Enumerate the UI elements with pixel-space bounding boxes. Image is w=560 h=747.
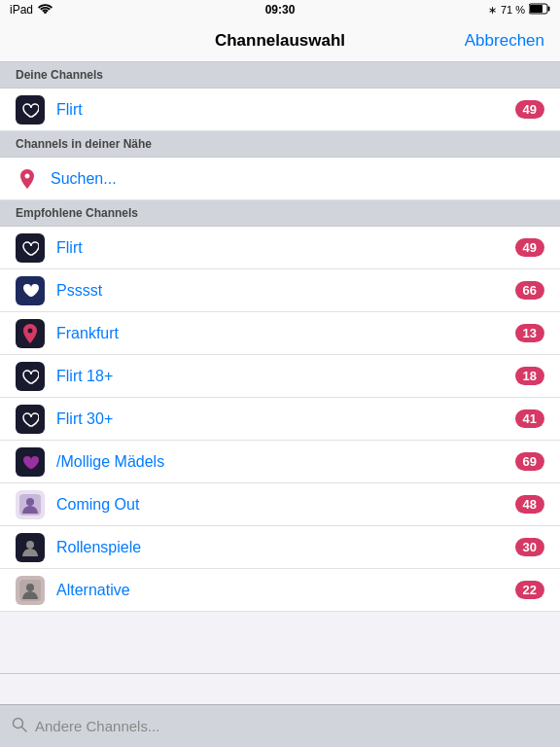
alternative-label: Alternative xyxy=(56,582,515,599)
nearby-channels-list: Suchen... xyxy=(0,158,560,200)
content-area: Deine Channels Flirt 49 Channels in dein… xyxy=(0,62,560,704)
frankfurt-badge: 13 xyxy=(515,324,544,342)
list-item[interactable]: /Mollige Mädels 69 xyxy=(0,441,560,483)
location-icon xyxy=(16,167,39,191)
empty-area xyxy=(0,612,560,704)
status-bar-time: 09:30 xyxy=(265,3,296,17)
list-item[interactable]: Flirt 49 xyxy=(0,89,560,131)
psssst-label: Psssst xyxy=(56,282,515,300)
status-bar-left: iPad xyxy=(10,3,52,18)
nearby-channels-header: Channels in deiner Nähe xyxy=(0,131,560,158)
flirt30-icon xyxy=(16,405,45,434)
list-item[interactable]: Frankfurt 13 xyxy=(0,312,560,355)
svg-point-4 xyxy=(26,498,34,506)
status-bar: iPad 09:30 ∗ 71 % xyxy=(0,0,560,19)
recommended-header: Empfohlene Channels xyxy=(0,200,560,227)
battery-text: 71 % xyxy=(501,4,525,16)
other-channels-placeholder[interactable]: Andere Channels... xyxy=(35,718,159,734)
flirt18-label: Flirt 18+ xyxy=(56,368,515,385)
flirt-label: Flirt xyxy=(56,239,515,257)
flirt-icon xyxy=(16,233,45,263)
list-item[interactable]: Coming Out 48 xyxy=(0,483,560,526)
flirt-mine-badge: 49 xyxy=(515,100,544,119)
list-item[interactable]: Rollenspiele 30 xyxy=(0,526,560,569)
rollenspiele-badge: 30 xyxy=(515,538,544,556)
status-bar-right: ∗ 71 % xyxy=(488,3,550,17)
flirt30-badge: 41 xyxy=(515,409,544,428)
svg-point-8 xyxy=(26,584,34,591)
frankfurt-icon xyxy=(16,319,45,348)
flirt30-label: Flirt 30+ xyxy=(56,410,515,428)
list-item[interactable]: Alternative 22 xyxy=(0,569,560,612)
list-item[interactable]: Flirt 18+ 18 xyxy=(0,355,560,398)
svg-line-10 xyxy=(22,728,27,732)
wifi-icon xyxy=(38,3,52,18)
flirt18-badge: 18 xyxy=(515,367,544,385)
nav-title: Channelauswahl xyxy=(215,31,345,51)
separator xyxy=(0,673,560,674)
bottom-search-bar[interactable]: Andere Channels... xyxy=(0,704,560,747)
rollenspiele-label: Rollenspiele xyxy=(56,539,515,556)
mollige-label: /Mollige Mädels xyxy=(56,453,515,471)
alternative-badge: 22 xyxy=(515,581,544,599)
flirt-mine-label: Flirt xyxy=(56,101,515,119)
flirt-badge: 49 xyxy=(515,238,544,257)
alternative-icon xyxy=(16,576,45,605)
my-channels-list: Flirt 49 xyxy=(0,89,560,131)
bluetooth-icon: ∗ xyxy=(488,4,497,17)
list-item[interactable]: Flirt 30+ 41 xyxy=(0,398,560,441)
svg-rect-1 xyxy=(548,7,550,12)
device-label: iPad xyxy=(10,3,33,17)
recommended-list: Flirt 49 Psssst 66 Frankfurt 13 xyxy=(0,227,560,612)
coming-out-badge: 48 xyxy=(515,495,544,514)
svg-point-6 xyxy=(26,541,34,549)
search-icon xyxy=(12,717,27,735)
psssst-badge: 66 xyxy=(515,281,544,300)
list-item[interactable]: Flirt 49 xyxy=(0,227,560,269)
psssst-icon xyxy=(16,276,45,305)
mollige-icon xyxy=(16,447,45,477)
nav-bar: Channelauswahl Abbrechen xyxy=(0,19,560,62)
cancel-button[interactable]: Abbrechen xyxy=(465,31,544,51)
list-item[interactable]: Psssst 66 xyxy=(0,269,560,312)
flirt18-icon xyxy=(16,362,45,391)
battery-icon xyxy=(529,3,550,17)
flirt-mine-icon xyxy=(16,95,45,124)
mollige-badge: 69 xyxy=(515,452,544,471)
frankfurt-label: Frankfurt xyxy=(56,325,515,342)
coming-out-label: Coming Out xyxy=(56,496,515,514)
coming-out-icon xyxy=(16,490,45,519)
svg-rect-2 xyxy=(530,5,542,13)
my-channels-header: Deine Channels xyxy=(0,62,560,89)
search-nearby-label[interactable]: Suchen... xyxy=(51,170,117,188)
rollenspiele-icon xyxy=(16,533,45,562)
search-row[interactable]: Suchen... xyxy=(0,158,560,200)
